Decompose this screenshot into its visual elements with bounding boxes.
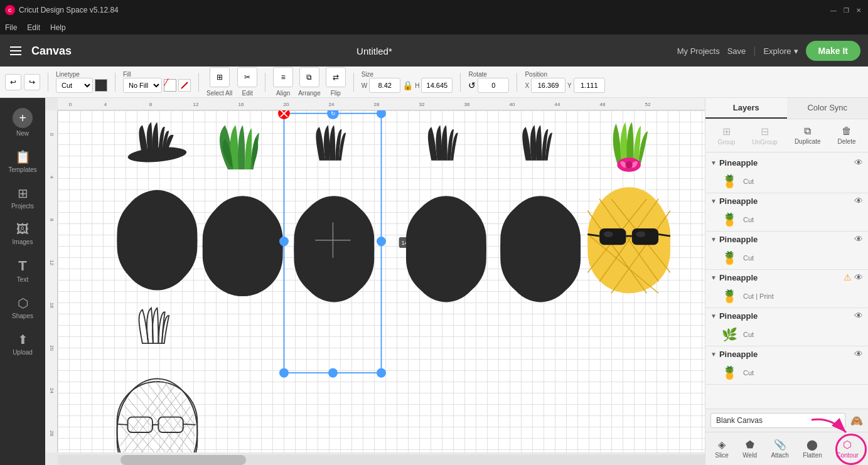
layers-list[interactable]: ▼ Pineapple 👁 🍍 Cut ▼ Pineapple 👁 [705, 152, 868, 409]
h-label: H [415, 82, 419, 89]
my-projects-button[interactable]: My Projects [677, 46, 720, 56]
canvas-area[interactable]: 0 4 8 12 16 20 24 28 32 36 40 44 48 52 0… [45, 98, 705, 465]
pineapple-1 [117, 122, 198, 291]
width-input[interactable] [369, 78, 400, 93]
layer-thumb-4: 🍍 [721, 287, 738, 305]
redo-button[interactable]: ↪ [24, 74, 40, 90]
scrollbar-horizontal[interactable] [58, 455, 705, 465]
edit-menu[interactable]: Edit [27, 23, 40, 32]
close-button[interactable]: ✕ [854, 6, 863, 14]
svg-rect-20 [587, 193, 670, 294]
layer-group-header-5[interactable]: ▼ Pineapple 👁 [705, 308, 868, 323]
make-it-button[interactable]: Make It [806, 41, 860, 61]
contour-button[interactable]: ⬡ Contour [832, 436, 862, 461]
sidebar-item-shapes[interactable]: ⬡ Shapes [3, 291, 43, 324]
layer-item-1[interactable]: 🍍 Cut [705, 170, 868, 193]
layer-group-4: ▼ Pineapple ⚠ 👁 🍍 Cut | Print [705, 270, 868, 308]
ungroup-icon: ⊟ [761, 126, 769, 137]
eye-icon-2[interactable]: 👁 [854, 196, 863, 206]
text-icon: T [18, 258, 26, 274]
fill-select[interactable]: No Fill Color Print [123, 78, 162, 93]
select-all-label: Select All [206, 90, 232, 97]
sidebar-item-new[interactable]: + New [3, 103, 43, 142]
duplicate-button[interactable]: ⧉ Duplicate [790, 123, 826, 148]
ungroup-button[interactable]: ⊟ UnGroup [747, 123, 783, 148]
y-input[interactable] [574, 78, 605, 93]
delete-icon: 🗑 [842, 126, 852, 137]
layer-item-4[interactable]: 🍍 Cut | Print [705, 285, 868, 307]
attach-button[interactable]: 📎 Attach [767, 436, 792, 461]
layer-thumb-6: 🍍 [721, 364, 738, 382]
group-button[interactable]: ⊞ Group [713, 123, 741, 148]
linetype-select[interactable]: Cut Draw Score [56, 78, 93, 93]
slice-icon: ◈ [718, 439, 726, 451]
hamburger-menu[interactable] [8, 44, 24, 58]
svg-point-35 [117, 379, 198, 452]
scrollbar-thumb-h[interactable] [121, 455, 246, 465]
file-menu[interactable]: File [5, 23, 17, 32]
save-button[interactable]: Save [727, 46, 746, 56]
layer-thumb-3: 🍍 [721, 249, 738, 267]
arrange-button[interactable]: ⧉ [299, 67, 319, 87]
layer-item-3[interactable]: 🍍 Cut [705, 247, 868, 269]
pineapple-outline [117, 308, 198, 452]
align-button[interactable]: ≡ [273, 67, 293, 87]
explore-button[interactable]: Explore ▾ [763, 46, 798, 56]
sidebar-item-projects[interactable]: ⊞ Projects [3, 181, 43, 215]
toolbar: ↩ ↪ Linetype Cut Draw Score Fill No Fill [0, 67, 868, 98]
layer-item-2[interactable]: 🍍 Cut [705, 208, 868, 231]
help-menu[interactable]: Help [50, 23, 66, 32]
sidebar-item-images[interactable]: 🖼 Images [3, 217, 43, 250]
eye-icon-6[interactable]: 👁 [854, 349, 863, 359]
sidebar-item-upload[interactable]: ⬆ Upload [3, 327, 43, 361]
linetype-color-box[interactable] [95, 79, 107, 92]
sidebar-item-templates[interactable]: 📋 Templates [3, 144, 43, 178]
tab-layers[interactable]: Layers [705, 98, 787, 119]
y-label: Y [567, 82, 572, 89]
edit-button[interactable]: ✂ [237, 67, 257, 87]
eye-icon-5[interactable]: 👁 [854, 311, 863, 321]
panel-bottom: Blank Canvas 🙈 ◈ Slice ⬟ Weld 📎 Attach [705, 409, 868, 465]
select-all-button[interactable]: ⊞ [210, 67, 230, 87]
layer-group-header-4[interactable]: ▼ Pineapple ⚠ 👁 [705, 270, 868, 285]
weld-button[interactable]: ⬟ Weld [739, 436, 761, 461]
layer-group-header-3[interactable]: ▼ Pineapple 👁 [705, 232, 868, 247]
layer-item-5[interactable]: 🌿 Cut [705, 323, 868, 346]
svg-rect-16 [500, 199, 581, 299]
x-input[interactable] [531, 78, 565, 93]
hide-canvas-icon[interactable]: 🙈 [850, 415, 863, 427]
fill-pen-btn[interactable] [178, 79, 191, 92]
tab-color-sync[interactable]: Color Sync [787, 98, 869, 119]
flip-label: Flip [331, 90, 341, 97]
fill-color-box[interactable]: ⁄ [164, 79, 176, 92]
layer-item-6[interactable]: 🍍 Cut [705, 361, 868, 384]
svg-rect-29 [632, 228, 658, 245]
pineapple-4 [406, 125, 486, 302]
layer-thumb-5: 🌿 [721, 326, 738, 343]
minimize-button[interactable]: — [829, 6, 838, 14]
layer-group-header-1[interactable]: ▼ Pineapple 👁 [705, 155, 868, 170]
eye-icon-4[interactable]: 👁 [854, 272, 863, 282]
sidebar-item-text[interactable]: T Text [3, 253, 43, 288]
maximize-button[interactable]: ❐ [842, 6, 850, 14]
delete-handle [278, 110, 290, 119]
sel-handle-br [377, 369, 385, 377]
undo-button[interactable]: ↩ [5, 74, 21, 90]
slice-button[interactable]: ◈ Slice [711, 436, 732, 461]
delete-button[interactable]: 🗑 Delete [833, 123, 861, 148]
layer-group-name-6: Pineapple [719, 350, 852, 359]
chevron-down-icon-4: ▼ [710, 274, 717, 281]
flip-button[interactable]: ⇄ [326, 67, 346, 87]
canvas-grid[interactable]: ↻ 14.645° [58, 110, 705, 452]
ruler-vertical: 0 4 8 12 16 20 24 28 [45, 110, 58, 452]
svg-line-58 [183, 424, 196, 425]
layer-group-header-6[interactable]: ▼ Pineapple 👁 [705, 346, 868, 361]
sel-handle-ml [280, 237, 288, 245]
title-bar: C Cricut Design Space v5.12.84 — ❐ ✕ [0, 0, 868, 20]
flatten-button[interactable]: ⬤ Flatten [799, 436, 826, 461]
rotate-input[interactable] [478, 78, 509, 93]
eye-icon-1[interactable]: 👁 [854, 158, 863, 168]
layer-group-header-2[interactable]: ▼ Pineapple 👁 [705, 193, 868, 208]
height-input[interactable] [421, 78, 453, 93]
eye-icon-3[interactable]: 👁 [854, 234, 863, 244]
